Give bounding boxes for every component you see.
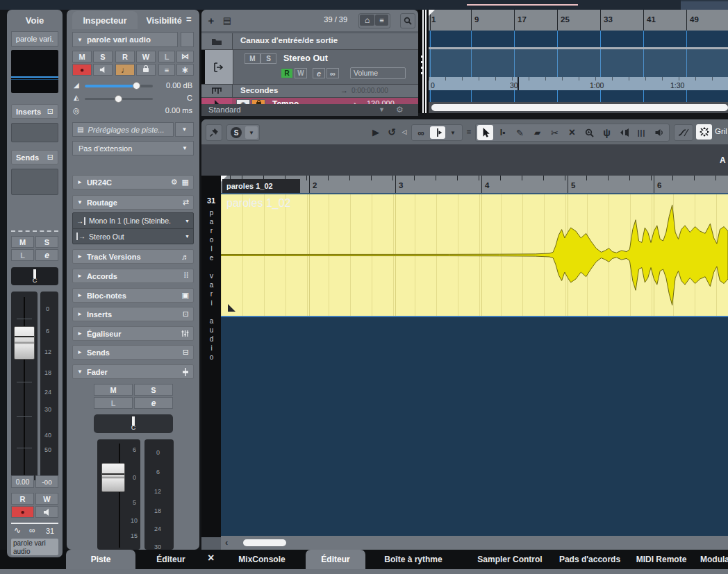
autoscroll-button[interactable] — [430, 126, 445, 139]
bar-ruler[interactable]: 1 9 17 25 33 41 49 — [429, 10, 728, 31]
channel-track-name[interactable]: parole vari. — [11, 31, 58, 47]
section-fader[interactable]: ▼ Fader — [72, 364, 194, 379]
channel-preview[interactable] — [11, 50, 58, 93]
waveform[interactable] — [221, 194, 728, 316]
inspector-fader-track[interactable]: 6 0 5 10 15 — [97, 439, 140, 550]
editor-lower-lane[interactable] — [221, 316, 728, 536]
event-volume-handle[interactable] — [228, 304, 235, 312]
stereo-out-row[interactable]: M S Stereo Out R W e ∞ Volume — [201, 50, 418, 85]
channel-fader-cap[interactable] — [14, 326, 35, 360]
curve-edit-button[interactable] — [674, 124, 693, 141]
time-position-value[interactable]: 0:00:00.000 — [351, 87, 388, 94]
channel-listen-button[interactable]: L — [11, 249, 34, 261]
preset-bar-label[interactable]: Standard — [208, 105, 241, 114]
inspector-mute-button[interactable]: M — [72, 51, 92, 62]
tool-play-feedback[interactable]: ||| — [634, 125, 650, 140]
tab-midi-remote[interactable]: MIDI Remote — [622, 550, 700, 569]
channel-mute-button[interactable]: M — [11, 236, 34, 248]
pan-slider[interactable] — [85, 98, 153, 100]
tab-editeur-active[interactable]: Éditeur — [306, 550, 365, 569]
volume-slider-knob[interactable] — [133, 82, 140, 90]
inspector-freeze-button[interactable]: ∗ — [176, 64, 194, 76]
tempo-dial[interactable]: ◔ — [349, 99, 360, 104]
out-link-button[interactable]: ∞ — [326, 68, 339, 78]
project-timeline[interactable]: 1 9 17 25 33 41 49 0 30 1:00 1:30 ‹ — [429, 10, 728, 113]
channel-inserts-header[interactable]: Inserts⊡ — [11, 104, 58, 119]
solo-dropdown[interactable]: ▼ — [245, 126, 258, 139]
tool-object-selection[interactable] — [477, 125, 493, 140]
pin-button[interactable] — [206, 124, 222, 141]
track-preset-field[interactable]: ▤ Préréglages de piste... — [72, 122, 174, 137]
inspector-edit-button[interactable] — [181, 32, 194, 47]
section-accords[interactable]: ► Accords ⠿ — [72, 269, 194, 283]
home-view-button[interactable]: ⌂ — [360, 15, 374, 26]
editor-track-strip[interactable]: 31 parole vari audio — [201, 176, 221, 537]
tab-mixconsole[interactable]: MixConsole — [221, 550, 303, 569]
out-solo-button[interactable]: S — [260, 53, 276, 64]
inspector-menu-icon[interactable]: = — [186, 14, 192, 24]
inspector-record-button[interactable]: ● — [72, 64, 92, 76]
toolbar-separator-menu[interactable]: = — [465, 126, 472, 137]
tempo-value[interactable]: 120.000 — [367, 99, 395, 104]
inspector-listen-button[interactable]: L — [158, 51, 175, 62]
list-view-button[interactable]: ≡ — [375, 15, 388, 26]
tool-range-selection[interactable]: I▪ — [495, 125, 511, 140]
section-egaliseur[interactable]: ► Égaliseur — [72, 326, 194, 341]
channel-solo-button[interactable]: S — [35, 236, 58, 248]
channel-name-box[interactable]: parole vari audio — [11, 539, 58, 555]
fader-solo-button[interactable]: S — [134, 384, 173, 396]
inspector-track-header[interactable]: ▼ parole vari audio — [72, 32, 178, 47]
timeline-scrollbar-thumb[interactable] — [431, 104, 728, 111]
tab-inspecteur[interactable]: Inspecteur — [72, 11, 138, 29]
preset-bar-gear-icon[interactable]: ⚙ — [396, 105, 404, 115]
channel-edit-button[interactable]: e — [35, 249, 58, 261]
tab-editeur-left[interactable]: Éditeur — [137, 550, 205, 569]
tempo-activate-button[interactable]: ◉ — [236, 99, 250, 104]
audio-event-region[interactable]: paroles 1_02 — [221, 194, 728, 316]
tab-visibilite[interactable]: Visibilité — [142, 11, 186, 29]
tool-audition[interactable] — [651, 125, 667, 140]
channel-read-button[interactable]: R — [11, 493, 34, 505]
fader-listen-button[interactable]: L — [94, 397, 133, 409]
channel-inserts-slot[interactable] — [11, 123, 58, 142]
routing-output-select[interactable]: → Stereo Out ▼ — [73, 229, 193, 244]
volume-value[interactable]: 0.00 dB — [166, 81, 192, 90]
inspector-musical-button[interactable]: ♩ — [115, 64, 135, 76]
tempo-lock-button[interactable] — [251, 99, 265, 104]
channel-monitor-button[interactable] — [35, 506, 58, 518]
search-button[interactable] — [400, 13, 415, 28]
tab-sampler-control[interactable]: Sampler Control — [461, 550, 559, 569]
track-preset-button[interactable]: ▤ — [220, 14, 235, 26]
delay-value[interactable]: 0.00 ms — [165, 106, 192, 115]
inspector-narrow-button[interactable]: ⋈ — [176, 51, 194, 62]
tool-hand[interactable]: ψ — [599, 125, 615, 140]
channel-sends-slot[interactable] — [11, 169, 58, 195]
inspector-monitor-button[interactable] — [93, 64, 113, 76]
editor-scrollbar-thumb[interactable] — [243, 539, 286, 546]
snap-type-label[interactable]: Gril — [715, 127, 727, 135]
pan-slider-knob[interactable] — [115, 95, 122, 103]
section-sends[interactable]: ► Sends ⊟ — [72, 345, 194, 360]
io-folder-row[interactable]: Canaux d'entrée/de sortie — [201, 33, 418, 50]
out-write-button[interactable]: W — [295, 68, 307, 78]
out-volume-field[interactable]: Volume — [350, 67, 406, 79]
channel-fader-track[interactable] — [11, 292, 38, 480]
inspector-write-button[interactable]: W — [136, 51, 156, 62]
volume-slider[interactable] — [85, 85, 153, 87]
audition-loop-button[interactable]: ↺ — [385, 126, 399, 138]
track-preset-dropdown[interactable]: ▼ — [175, 122, 194, 137]
time-ruler[interactable]: 0 30 1:00 1:30 — [429, 77, 728, 90]
pan-value[interactable]: C — [187, 94, 192, 102]
routing-input-select[interactable]: → Mono In 1 (Line (Steinbe. ▼ — [73, 213, 193, 229]
fader-pan-control[interactable]: C — [94, 414, 173, 433]
preset-bar-dropdown-icon[interactable]: ▼ — [379, 106, 385, 113]
channel-sends-header[interactable]: Sends⊟ — [11, 150, 58, 164]
channel-peak-value[interactable]: -oo — [35, 475, 58, 488]
tab-pads-accords[interactable]: Pads d'accords — [549, 550, 631, 569]
section-routage[interactable]: ▼ Routage ⇄ — [72, 195, 194, 210]
tool-erase[interactable]: ▰ — [529, 125, 545, 140]
audition-play-button[interactable]: ▶ — [370, 126, 382, 138]
inspector-fader-cap[interactable] — [101, 463, 125, 492]
zone-close-button[interactable]: × — [208, 552, 214, 564]
tool-scrub[interactable] — [616, 125, 632, 140]
